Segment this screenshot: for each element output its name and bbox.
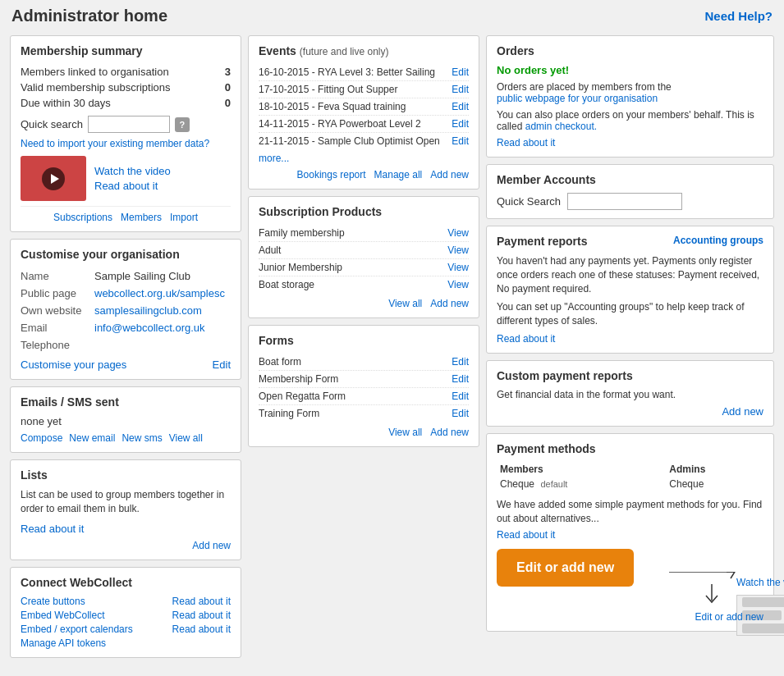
form-edit-link[interactable]: Edit	[452, 373, 469, 385]
event-name: 16-10-2015 - RYA Level 3: Better Sailing	[259, 66, 452, 78]
subscriptions-view-all-link[interactable]: View all	[388, 298, 422, 309]
payment-reports-card: Payment reports Accounting groups You ha…	[486, 226, 774, 354]
product-name: Junior Membership	[259, 262, 342, 273]
orders-card: Orders No orders yet! Orders are placed …	[486, 35, 774, 158]
bookings-report-link[interactable]: Bookings report	[297, 169, 366, 180]
pm-cheque-row: Cheque default Cheque	[497, 477, 763, 491]
import-link[interactable]: Import	[170, 212, 198, 223]
product-name: Family membership	[259, 227, 345, 239]
membership-table: Members linked to organisation3Valid mem…	[21, 64, 231, 111]
product-list-item: Junior MembershipView	[259, 259, 469, 276]
pm-edit-button[interactable]: Edit or add new	[497, 549, 634, 587]
new-sms-link[interactable]: New sms	[121, 432, 162, 444]
form-name: Open Regatta Form	[259, 391, 346, 402]
event-edit-link[interactable]: Edit	[452, 118, 469, 130]
members-link[interactable]: Members	[121, 212, 162, 223]
help-icon[interactable]: ?	[175, 117, 190, 132]
event-edit-link[interactable]: Edit	[452, 101, 469, 112]
website-link[interactable]: samplesailingclub.com	[94, 304, 202, 317]
pm-read-about-link[interactable]: Read about it	[497, 529, 763, 541]
orders-read-about[interactable]: Read about it	[497, 137, 763, 148]
name-value: Sample Sailing Club	[94, 267, 231, 285]
form-edit-link[interactable]: Edit	[452, 408, 469, 419]
accounting-groups-link[interactable]: Accounting groups	[673, 235, 763, 246]
view-all-emails-link[interactable]: View all	[169, 432, 203, 444]
payment-methods-table: Members Admins Cheque default Cheque	[497, 462, 763, 491]
lists-read-about[interactable]: Read about it	[21, 523, 84, 535]
lists-description: List can be used to group members togeth…	[21, 488, 231, 516]
payment-reports-read-about[interactable]: Read about it	[497, 333, 763, 345]
product-view-link[interactable]: View	[447, 227, 469, 239]
lists-add-new-link[interactable]: Add new	[192, 540, 231, 551]
connect-item-link[interactable]: Embed WebCollect	[21, 610, 105, 621]
customise-table: Name Sample Sailing Club Public page web…	[21, 267, 231, 354]
connect-item-link[interactable]: Embed / export calendars	[21, 623, 133, 635]
connect-item-link[interactable]: Create buttons	[21, 596, 85, 607]
quick-search-input[interactable]	[88, 116, 170, 133]
form-edit-link[interactable]: Edit	[452, 391, 469, 402]
public-webpage-link[interactable]: public webpage for your organisation	[497, 93, 658, 104]
membership-row-label: Members linked to organisation	[21, 64, 222, 80]
connect-card: Connect WebCollect Create buttonsRead ab…	[10, 567, 241, 658]
member-accounts-search-input[interactable]	[567, 193, 682, 210]
import-data-link[interactable]: Need to import your existing member data…	[21, 138, 231, 149]
membership-row-value: 3	[222, 64, 231, 80]
events-more-link[interactable]: more...	[259, 153, 469, 164]
lists-card: Lists List can be used to group members …	[10, 459, 241, 560]
subscriptions-link[interactable]: Subscriptions	[53, 212, 112, 223]
member-accounts-card: Member Accounts Quick Search	[486, 164, 774, 219]
form-list-item: Boat formEdit	[259, 354, 469, 371]
new-email-link[interactable]: New email	[69, 432, 115, 444]
read-about-link[interactable]: Read about it	[94, 180, 171, 192]
watch-video-link[interactable]: Watch the video	[94, 165, 171, 177]
video-thumbnail[interactable]	[21, 156, 86, 201]
admin-checkout-link[interactable]: admin checkout.	[525, 121, 597, 132]
website-label: Own website	[21, 302, 94, 319]
product-view-link[interactable]: View	[447, 262, 469, 273]
email-link[interactable]: info@webcollect.org.uk	[94, 322, 205, 334]
need-help-link[interactable]: Need Help?	[704, 9, 773, 23]
public-label: Public page	[21, 285, 94, 302]
payment-methods-card: Payment methods Members Admins Cheque de…	[486, 433, 774, 632]
product-name: Boat storage	[259, 279, 314, 290]
subscriptions-add-new-link[interactable]: Add new	[430, 298, 469, 309]
form-edit-link[interactable]: Edit	[452, 356, 469, 368]
subscriptions-card: Subscription Products Family membershipV…	[248, 196, 479, 318]
event-edit-link[interactable]: Edit	[452, 66, 469, 78]
connect-read-link[interactable]: Read about it	[172, 623, 231, 635]
customise-name-row: Name Sample Sailing Club	[21, 267, 231, 285]
pm-img-row-3	[742, 623, 784, 633]
product-view-link[interactable]: View	[447, 244, 469, 256]
customise-email-row: Email info@webcollect.org.uk	[21, 319, 231, 336]
custom-payment-desc: Get financial data in the format you wan…	[497, 389, 763, 400]
play-button[interactable]	[42, 167, 65, 190]
compose-links: Compose New email New sms View all	[21, 432, 231, 444]
event-list-item: 16-10-2015 - RYA Level 3: Better Sailing…	[259, 64, 469, 81]
manage-all-link[interactable]: Manage all	[374, 169, 423, 180]
emails-title: Emails / SMS sent	[21, 395, 231, 409]
page-header: Administrator home Need Help?	[0, 0, 784, 32]
event-edit-link[interactable]: Edit	[452, 84, 469, 95]
customise-telephone-row: Telephone	[21, 336, 231, 354]
connect-read-link[interactable]: Read about it	[172, 610, 231, 621]
forms-view-all-link[interactable]: View all	[388, 427, 422, 438]
event-edit-link[interactable]: Edit	[452, 135, 469, 147]
main-grid: Membership summary Members linked to org…	[0, 32, 784, 668]
orders-desc: Orders are placed by members from the pu…	[497, 81, 763, 104]
orders-also: You can also place orders on your member…	[497, 109, 763, 132]
custom-payment-add-new[interactable]: Add new	[722, 405, 763, 418]
events-add-new-link[interactable]: Add new	[430, 169, 469, 180]
connect-item-link[interactable]: Manage API tokens	[21, 637, 106, 649]
public-link[interactable]: webcollect.org.uk/samplesc	[94, 287, 225, 299]
customise-pages-link[interactable]: Customise your pages	[21, 359, 126, 371]
pm-edit-add-new-link[interactable]: Edit or add new	[695, 611, 763, 623]
product-view-link[interactable]: View	[447, 279, 469, 290]
pm-desc: We have added some simple payment method…	[497, 498, 763, 526]
connect-read-link[interactable]: Read about it	[172, 596, 231, 607]
event-list: 16-10-2015 - RYA Level 3: Better Sailing…	[259, 64, 469, 149]
connect-row: Embed / export calendarsRead about it	[21, 623, 231, 635]
forms-add-new-link[interactable]: Add new	[430, 427, 469, 438]
membership-row: Due within 30 days0	[21, 95, 231, 111]
customise-edit-link[interactable]: Edit	[213, 359, 231, 371]
compose-link[interactable]: Compose	[21, 432, 62, 444]
